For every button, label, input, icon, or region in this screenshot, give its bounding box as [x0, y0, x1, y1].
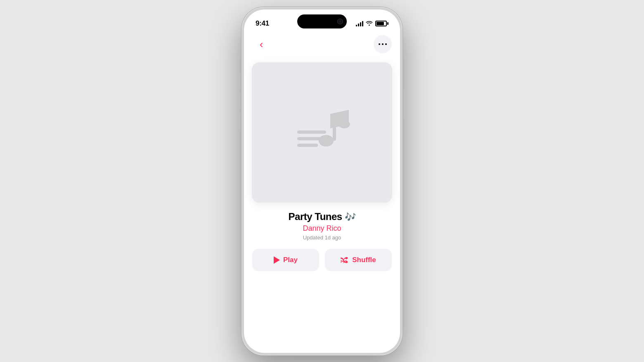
svg-point-5: [339, 120, 350, 128]
phone-device: 9:41: [242, 7, 402, 355]
play-button[interactable]: Play: [252, 249, 319, 271]
playlist-emoji: 🎶: [345, 212, 356, 222]
phone-screen: 9:41: [244, 9, 400, 353]
playlist-placeholder-icon: [293, 106, 351, 159]
more-dots-icon: [379, 43, 387, 45]
status-icons: [356, 20, 388, 27]
svg-rect-2: [297, 144, 318, 147]
play-icon: [274, 256, 280, 264]
back-button[interactable]: ‹: [252, 35, 270, 53]
playlist-title: Party Tunes 🎶: [252, 211, 392, 223]
svg-rect-0: [297, 130, 326, 134]
svg-point-3: [319, 135, 334, 147]
shuffle-label: Shuffle: [352, 256, 376, 264]
signal-icon: [356, 21, 363, 26]
playlist-info: Party Tunes 🎶 Danny Rico Updated 1d ago: [252, 211, 392, 241]
svg-rect-4: [333, 114, 336, 141]
status-bar: 9:41: [244, 9, 400, 32]
battery-icon: [375, 21, 388, 26]
status-time: 9:41: [256, 19, 269, 28]
playlist-artwork: [252, 62, 392, 203]
main-content: Party Tunes 🎶 Danny Rico Updated 1d ago …: [244, 58, 400, 353]
play-label: Play: [283, 256, 298, 264]
shuffle-button[interactable]: Shuffle: [325, 249, 392, 271]
wifi-icon: [366, 20, 373, 27]
playlist-updated: Updated 1d ago: [252, 234, 392, 241]
playlist-author[interactable]: Danny Rico: [252, 224, 392, 233]
dynamic-island: [297, 14, 347, 28]
front-camera: [338, 19, 343, 24]
more-options-button[interactable]: [374, 35, 392, 53]
action-buttons: Play Shuffle: [252, 249, 392, 278]
navigation-bar: ‹: [244, 32, 400, 58]
back-chevron-icon: ‹: [260, 39, 263, 50]
shuffle-icon: [341, 257, 349, 263]
